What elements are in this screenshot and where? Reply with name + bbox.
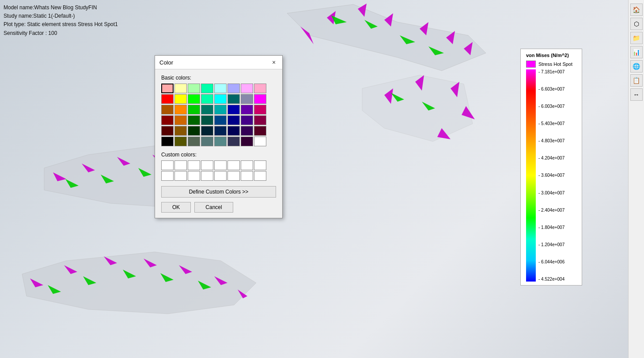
legend-value-label: - 6.603e+007 (538, 87, 564, 91)
basic-color-cell-41[interactable] (174, 137, 187, 146)
basic-color-cell-16[interactable] (161, 105, 174, 114)
custom-color-cell-6[interactable] (241, 160, 253, 170)
svg-marker-16 (462, 106, 475, 119)
svg-marker-21 (53, 172, 66, 181)
custom-color-cell-12[interactable] (214, 171, 227, 181)
basic-color-cell-32[interactable] (161, 126, 174, 136)
basic-color-cell-44[interactable] (214, 137, 227, 146)
basic-color-cell-6[interactable] (241, 84, 253, 93)
basic-color-cell-43[interactable] (201, 137, 213, 146)
toolbar-mesh-button[interactable]: ⬡ (630, 18, 643, 30)
custom-color-cell-3[interactable] (201, 160, 213, 170)
toolbar-arrows-button[interactable]: ↔ (630, 88, 643, 101)
svg-marker-28 (65, 179, 79, 188)
basic-color-cell-37[interactable] (227, 126, 240, 136)
basic-color-cell-28[interactable] (214, 115, 227, 125)
dialog-close-button[interactable]: × (270, 58, 278, 66)
basic-color-cell-46[interactable] (241, 137, 253, 146)
custom-color-cell-7[interactable] (254, 160, 266, 170)
basic-color-cell-10[interactable] (188, 94, 200, 104)
toolbar-home-button[interactable]: 🏠 (630, 4, 643, 16)
basic-color-cell-22[interactable] (241, 105, 253, 114)
basic-color-cell-29[interactable] (227, 115, 240, 125)
basic-color-cell-31[interactable] (254, 115, 266, 125)
basic-color-cell-36[interactable] (214, 126, 227, 136)
svg-marker-4 (420, 22, 428, 35)
define-custom-colors-button[interactable]: Define Custom Colors >> (161, 186, 276, 198)
basic-color-cell-45[interactable] (227, 137, 240, 146)
svg-marker-45 (198, 281, 211, 289)
custom-color-cell-1[interactable] (174, 160, 187, 170)
svg-marker-40 (238, 289, 247, 298)
dialog-buttons: OK Cancel (161, 202, 276, 213)
basic-color-cell-8[interactable] (161, 94, 174, 104)
svg-marker-7 (300, 27, 314, 44)
basic-color-cell-23[interactable] (254, 105, 266, 114)
basic-color-cell-3[interactable] (201, 84, 213, 93)
custom-color-cell-15[interactable] (254, 171, 266, 181)
basic-color-cell-24[interactable] (161, 115, 174, 125)
basic-color-cell-12[interactable] (214, 94, 227, 104)
custom-color-cell-2[interactable] (188, 160, 200, 170)
basic-color-cell-11[interactable] (201, 94, 213, 104)
custom-color-cell-14[interactable] (241, 171, 253, 181)
legend-labels: - 7.181e+007- 6.603e+007- 6.003e+007- 5.… (536, 69, 564, 282)
custom-color-cell-10[interactable] (188, 171, 200, 181)
svg-marker-6 (464, 42, 473, 55)
basic-color-cell-38[interactable] (241, 126, 253, 136)
basic-color-cell-30[interactable] (241, 115, 253, 125)
svg-marker-39 (214, 276, 227, 285)
basic-color-cell-14[interactable] (241, 94, 253, 104)
basic-color-cell-17[interactable] (174, 105, 187, 114)
svg-marker-29 (101, 175, 114, 183)
basic-color-cell-1[interactable] (174, 84, 187, 93)
basic-color-cell-18[interactable] (188, 105, 200, 114)
svg-marker-38 (179, 265, 192, 274)
basic-color-cell-40[interactable] (161, 137, 174, 146)
basic-color-cell-15[interactable] (254, 94, 266, 104)
toolbar-chart-button[interactable]: 📊 (630, 46, 643, 58)
basic-color-cell-9[interactable] (174, 94, 187, 104)
ok-button[interactable]: OK (161, 202, 191, 213)
basic-color-cell-21[interactable] (227, 105, 240, 114)
basic-colors-label: Basic colors: (161, 75, 276, 81)
custom-color-cell-5[interactable] (227, 160, 240, 170)
custom-color-cell-4[interactable] (214, 160, 227, 170)
basic-color-cell-27[interactable] (201, 115, 213, 125)
basic-color-cell-20[interactable] (214, 105, 227, 114)
legend-bar-container: - 7.181e+007- 6.603e+007- 6.003e+007- 5.… (526, 69, 576, 282)
basic-color-cell-2[interactable] (188, 84, 200, 93)
basic-color-cell-13[interactable] (227, 94, 240, 104)
basic-color-cell-5[interactable] (227, 84, 240, 93)
basic-colors-grid (161, 84, 276, 146)
legend-gradient-bar (526, 69, 536, 282)
basic-color-cell-7[interactable] (254, 84, 266, 93)
custom-color-cell-8[interactable] (161, 171, 174, 181)
basic-color-cell-0[interactable] (161, 84, 174, 93)
toolbar-globe-button[interactable]: 🌐 (630, 60, 643, 72)
basic-color-cell-26[interactable] (188, 115, 200, 125)
custom-colors-label: Custom colors: (161, 152, 276, 158)
basic-color-cell-19[interactable] (201, 105, 213, 114)
basic-color-cell-4[interactable] (214, 84, 227, 93)
custom-color-cell-9[interactable] (174, 171, 187, 181)
legend-value-label: - 3.004e+007 (538, 190, 564, 195)
legend-title: von Mises (N/m^2) (526, 53, 576, 58)
svg-marker-13 (384, 88, 393, 104)
basic-color-cell-39[interactable] (254, 126, 266, 136)
basic-color-cell-35[interactable] (201, 126, 213, 136)
basic-color-cell-47[interactable] (254, 137, 266, 146)
svg-marker-10 (400, 35, 415, 44)
custom-color-cell-0[interactable] (161, 160, 174, 170)
dialog-body: Basic colors: Custom colors: Define Cust… (155, 69, 282, 218)
cancel-button[interactable]: Cancel (194, 202, 233, 213)
basic-color-cell-42[interactable] (188, 137, 200, 146)
custom-color-cell-11[interactable] (201, 171, 213, 181)
custom-color-cell-13[interactable] (227, 171, 240, 181)
toolbar-folder-button[interactable]: 📁 (630, 32, 643, 44)
basic-color-cell-25[interactable] (174, 115, 187, 125)
basic-color-cell-34[interactable] (188, 126, 200, 136)
legend-value-label: - 1.204e+007 (538, 242, 564, 247)
basic-color-cell-33[interactable] (174, 126, 187, 136)
toolbar-clipboard-button[interactable]: 📋 (630, 74, 643, 87)
